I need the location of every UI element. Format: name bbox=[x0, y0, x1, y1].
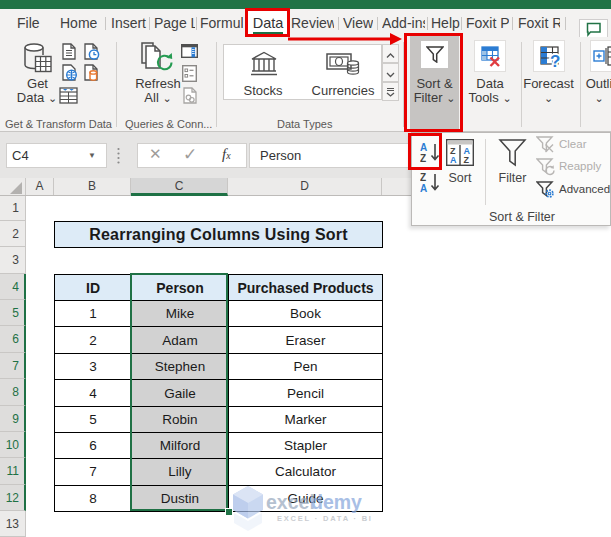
svg-text:Z: Z bbox=[464, 155, 470, 165]
svg-text:Z: Z bbox=[420, 172, 426, 183]
svg-text:Z: Z bbox=[450, 146, 456, 156]
svg-text:A: A bbox=[464, 146, 471, 156]
svg-text:?: ? bbox=[550, 52, 560, 71]
svg-text:excel: excel bbox=[266, 491, 315, 513]
svg-text:demy: demy bbox=[311, 491, 362, 513]
svg-text:A: A bbox=[450, 155, 457, 165]
svg-text:EXCEL · DATA · BI: EXCEL · DATA · BI bbox=[277, 514, 373, 523]
svg-text:A: A bbox=[420, 183, 427, 194]
